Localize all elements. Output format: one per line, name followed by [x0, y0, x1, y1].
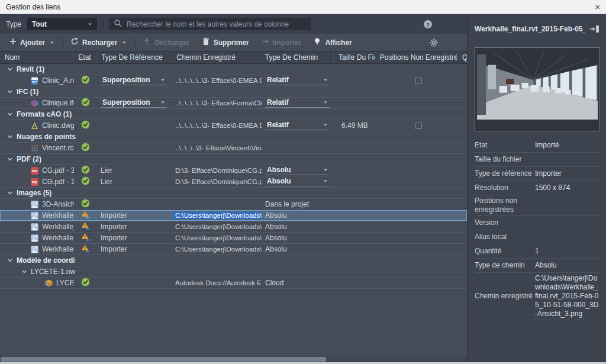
positions-checkbox[interactable] [415, 123, 422, 129]
positions-checkbox[interactable] [415, 78, 422, 84]
positions-cell [377, 143, 460, 153]
column-header[interactable]: Positions Non Enregistrée [375, 51, 457, 63]
saved-path-value: Autodesk Docs://Autodesk EM [173, 279, 262, 286]
path-type-dropdown[interactable]: Relatif [265, 121, 330, 130]
column-header[interactable]: Type De Référence [96, 51, 172, 63]
group-row[interactable]: Nuages de points [0, 131, 467, 143]
detail-row: Chemin enregistréC:\Users\tangerj\Downlo… [475, 273, 600, 320]
reference-type-dropdown[interactable]: Superposition [101, 76, 167, 85]
status-cell [74, 278, 97, 288]
status-cell [74, 120, 97, 131]
display-button-label: Afficher [325, 38, 352, 47]
search-box[interactable] [109, 18, 311, 30]
table-row[interactable]: PDFCG.pdf - 12LierD:\3- Efface\Dominique… [0, 176, 467, 188]
status-ok-icon [81, 75, 90, 86]
table-row[interactable]: RVTClinic_A.rvtSuperposition..\..\..\..\… [0, 75, 467, 86]
table-row[interactable]: Werkhalle_fiImporterC:\Users\tangerj\Dow… [0, 244, 467, 255]
saved-path-cell[interactable]: ..\..\..\..\..\3- Efface\0-EMEA DI [173, 75, 262, 86]
table-row[interactable]: Vincent.rcp..\..\..\..\3- Efface\Vincent… [0, 143, 467, 154]
path-type-dropdown[interactable]: Absolu [265, 166, 330, 175]
gear-icon[interactable] [429, 38, 439, 47]
table-row[interactable]: LYCETE-Autodesk Docs://Autodesk EMCloud [0, 278, 467, 289]
group-row[interactable]: Modèle de coordi [0, 255, 467, 266]
image-file-icon [31, 201, 38, 208]
group-row[interactable]: PDF (2) [0, 154, 467, 165]
group-row[interactable]: Images (5) [0, 188, 467, 199]
group-row[interactable]: IFC (1) [0, 86, 467, 98]
reference-type-dropdown[interactable]: Superposition [101, 98, 167, 108]
saved-path-cell[interactable]: C:\Users\tangerj\Downloads\W [173, 244, 262, 255]
horizontal-scrollbar[interactable] [0, 356, 467, 362]
unload-button[interactable]: Décharger [137, 36, 195, 50]
close-icon[interactable]: × [595, 2, 600, 11]
svg-text:?: ? [426, 21, 430, 27]
column-header[interactable]: Chemin Enregistré [172, 51, 260, 63]
status-cell [74, 244, 97, 255]
collapse-panel-icon[interactable] [589, 25, 600, 33]
saved-path-cell[interactable]: C:\Users\tangerj\Downloads\W [173, 210, 262, 221]
path-type-cell: Absolu [262, 210, 336, 221]
saved-path-cell[interactable]: D:\3- Efface\Dominique\CG.pd [173, 176, 262, 187]
path-type-cell: Relatif [262, 98, 336, 108]
column-header[interactable]: Type De Chemin [260, 51, 334, 63]
reference-type-cell: Importer [97, 210, 173, 221]
add-button[interactable]: Ajouter [4, 36, 60, 50]
saved-path-cell[interactable]: D:\3- Efface\Dominique\CG.pd [173, 165, 262, 176]
reference-type-cell [97, 120, 173, 131]
unload-button-label: Décharger [154, 38, 189, 47]
column-header[interactable]: Nom [0, 51, 73, 63]
column-header[interactable]: Qua [457, 51, 467, 63]
file-size-cell [336, 221, 377, 232]
table-row[interactable]: Werkhalle_fiImporterC:\Users\tangerj\Dow… [0, 221, 467, 233]
file-size-cell [336, 233, 377, 243]
link-name-cell: PDFCG.pdf - 12 [0, 176, 74, 187]
saved-path-cell[interactable]: Autodesk Docs://Autodesk EM [173, 278, 262, 288]
saved-path-cell[interactable]: C:\Users\tangerj\Downloads\W [173, 221, 262, 232]
link-name-cell: Vincent.rcp [0, 143, 74, 153]
table-row[interactable]: PDFCG.pdf - 3LierD:\3- Efface\Dominique\… [0, 165, 467, 176]
path-type-dropdown[interactable]: Absolu [265, 177, 330, 186]
group-label: Modèle de coordi [17, 256, 75, 265]
remove-button[interactable]: Supprimer [196, 36, 255, 50]
column-header[interactable]: Etat [73, 51, 96, 63]
saved-path-cell[interactable]: C:\Users\tangerj\Downloads\W [173, 233, 262, 243]
scrollbar-thumb[interactable] [1, 357, 326, 362]
caret-down-icon [160, 100, 165, 105]
type-dropdown[interactable]: Tout [27, 18, 97, 30]
table-row[interactable]: Clinic.dwg..\..\..\..\..\3- Efface\0-EME… [0, 120, 467, 131]
subgroup-row[interactable]: LYCETE-1.nw [0, 266, 467, 278]
ifc-file-icon [31, 99, 38, 107]
status-ok-icon [81, 98, 90, 108]
path-type-dropdown[interactable]: Relatif [265, 98, 330, 108]
detail-label: Type de chemin [475, 261, 535, 270]
status-warning-icon [81, 244, 90, 255]
table-row[interactable]: Clinique.ifcSuperposition..\..\..\..\..\… [0, 98, 467, 109]
table-row[interactable]: 3D-Ansicht 3Dans le projet [0, 199, 467, 210]
positions-cell [377, 176, 460, 187]
table-row[interactable]: Werkhalle_fiImporterC:\Users\tangerj\Dow… [0, 210, 467, 221]
divider [62, 37, 63, 48]
group-row[interactable]: Revit (1) [0, 64, 467, 75]
saved-path-cell[interactable]: ..\..\..\..\..\3- Efface\0-EMEA DI [173, 120, 262, 131]
column-header[interactable]: Taille Du Fichi [334, 51, 375, 63]
saved-path-cell[interactable] [173, 199, 262, 210]
saved-path-cell[interactable]: ..\..\..\..\..\3- Efface\Forma\Clin [173, 98, 262, 108]
saved-path-cell[interactable]: ..\..\..\..\3- Efface\Vincent\Vincen [173, 143, 262, 153]
path-type-dropdown[interactable]: Relatif [265, 76, 330, 85]
search-input[interactable] [125, 20, 307, 29]
display-button[interactable]: Afficher [307, 36, 357, 50]
status-cell [74, 210, 97, 221]
image-file-icon [31, 223, 38, 231]
quantity-cell [460, 143, 467, 153]
link-name-cell: Werkhalle_fi [0, 210, 74, 221]
links-table: Revit (1)RVTClinic_A.rvtSuperposition..\… [0, 64, 467, 355]
selected-file-title: Werkhalle_final.rvt_2015-Feb-05_10-_ [475, 25, 585, 33]
reload-button[interactable]: Recharger [65, 36, 133, 50]
table-row[interactable]: Werkhalle_fiImporterC:\Users\tangerj\Dow… [0, 233, 467, 244]
import-button[interactable]: Importer [255, 36, 308, 50]
group-row[interactable]: Formats cAO (1) [0, 109, 467, 120]
caret-down-icon [323, 123, 328, 127]
link-name-cell: Werkhalle_fi [0, 244, 74, 255]
help-icon[interactable]: ? [423, 20, 433, 29]
reference-type-value: Importer [97, 245, 127, 253]
